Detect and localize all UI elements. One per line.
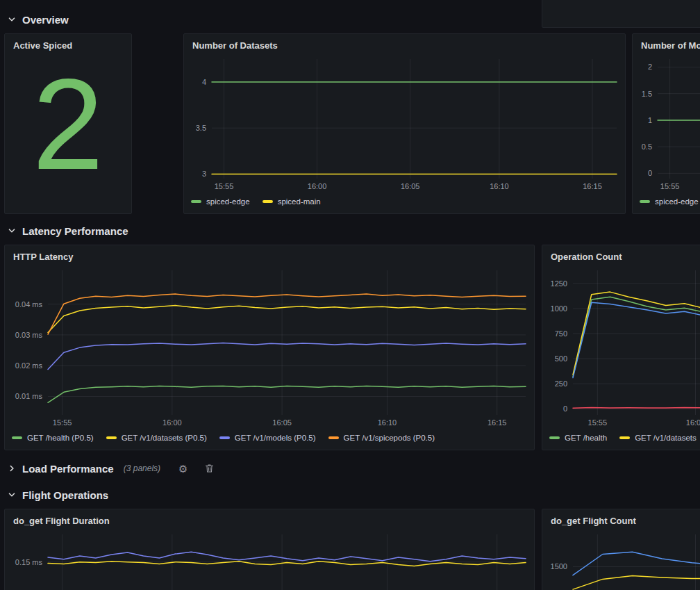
http-latency-chart[interactable]: 0.01 ms0.02 ms0.03 ms0.04 ms15:5516:0016… [5, 263, 534, 429]
svg-text:16:00: 16:00 [686, 418, 700, 427]
svg-text:1500: 1500 [551, 562, 567, 571]
legend-item[interactable]: GET /health (P0.5) [12, 434, 94, 442]
row-header-latency-performance[interactable]: Latency Performance [7, 222, 128, 239]
legend-label: GET /v1/models (P0.5) [235, 434, 316, 442]
svg-text:250: 250 [555, 379, 567, 388]
legend-label: spiced-main [278, 197, 321, 206]
svg-text:15:55: 15:55 [588, 418, 608, 427]
legend-label: GET /health (P0.5) [27, 434, 94, 442]
svg-text:16:00: 16:00 [162, 418, 182, 427]
svg-text:0.5: 0.5 [642, 142, 652, 151]
panel-number-of-models: Number of Models 00.511.5215:5516:0016:0… [632, 33, 700, 214]
panel-title: do_get Flight Duration [5, 509, 534, 527]
svg-text:15:55: 15:55 [660, 182, 680, 190]
svg-text:16:05: 16:05 [401, 182, 420, 190]
legend-swatch-icon [262, 200, 273, 203]
row-title-overview: Overview [22, 14, 69, 26]
number-of-models-legend: spiced-edge [633, 192, 700, 213]
svg-text:3: 3 [202, 170, 206, 178]
do-get-flight-duration-chart[interactable]: 0.15 ms15:5516:0016:0516:1016:15 [5, 527, 534, 590]
row-delete-button[interactable] [205, 464, 214, 473]
legend-item[interactable]: GET /v1/models (P0.5) [219, 434, 316, 442]
legend-item[interactable]: GET /v1/datasets (P0.5) [106, 434, 207, 442]
panel-active-spiced: Active Spiced 2 [4, 33, 132, 214]
legend-item[interactable]: GET /v1/spicepods (P0.5) [328, 434, 435, 442]
legend-label: GET /v1/spicepods (P0.5) [344, 434, 435, 442]
svg-text:1250: 1250 [551, 279, 567, 288]
row-header-load-performance[interactable]: Load Performance (3 panels) ⚙ [7, 460, 214, 477]
svg-text:0.15 ms: 0.15 ms [15, 558, 43, 566]
panel-do-get-flight-count: do_get Flight Count 150015:5516:0016:051… [542, 509, 700, 590]
number-of-datasets-legend: spiced-edgespiced-main [184, 192, 625, 213]
svg-text:16:15: 16:15 [583, 182, 602, 190]
svg-text:0.01 ms: 0.01 ms [15, 392, 43, 400]
legend-label: GET /health [565, 434, 607, 442]
chart-canvas: 150015:5516:0016:0516:1016:15 [542, 527, 700, 590]
chevron-down-icon [7, 490, 17, 500]
svg-text:16:15: 16:15 [488, 418, 507, 427]
legend-item[interactable]: spiced-edge [640, 197, 699, 206]
svg-text:750: 750 [555, 329, 567, 338]
panel-operation-count: Operation Count 02505007501000125015:551… [542, 245, 700, 450]
svg-text:4: 4 [202, 78, 206, 86]
row-title-latency-performance: Latency Performance [22, 225, 128, 237]
panel-fragment-top [542, 0, 700, 28]
row-title-flight-operations: Flight Operations [22, 489, 108, 501]
svg-text:0: 0 [648, 169, 652, 177]
legend-swatch-icon [328, 436, 339, 439]
row-title-load-performance: Load Performance [22, 463, 114, 475]
legend-item[interactable]: spiced-main [262, 197, 321, 206]
svg-text:16:00: 16:00 [308, 182, 327, 190]
panel-title: do_get Flight Count [542, 509, 700, 527]
gear-icon: ⚙ [178, 464, 188, 474]
legend-label: spiced-edge [655, 197, 699, 206]
svg-text:3.5: 3.5 [196, 124, 206, 132]
svg-text:2: 2 [648, 63, 652, 71]
legend-swatch-icon [549, 436, 560, 439]
panel-title: Number of Models [633, 34, 700, 52]
legend-label: spiced-edge [206, 197, 250, 206]
number-of-models-chart[interactable]: 00.511.5215:5516:0016:0516:1016:15 [633, 52, 700, 192]
legend-item[interactable]: GET /v1/datasets [619, 434, 697, 442]
row-header-flight-operations[interactable]: Flight Operations [7, 486, 108, 503]
do-get-flight-count-chart[interactable]: 150015:5516:0016:0516:1016:15 [542, 527, 700, 590]
svg-text:0.02 ms: 0.02 ms [15, 361, 43, 370]
legend-swatch-icon [191, 200, 201, 203]
svg-text:16:10: 16:10 [378, 418, 397, 427]
panel-number-of-datasets: Number of Datasets 33.5415:5516:0016:051… [183, 33, 626, 214]
legend-swatch-icon [640, 200, 650, 203]
svg-text:1: 1 [648, 116, 652, 124]
stat-value: 2 [5, 52, 131, 213]
operation-count-chart[interactable]: 02505007501000125015:5516:0016:0516:1016… [542, 263, 700, 429]
operation-count-legend: GET /healthGET /v1/datasets [542, 429, 700, 450]
svg-text:500: 500 [555, 354, 567, 363]
svg-text:15:55: 15:55 [215, 182, 234, 190]
svg-text:0.04 ms: 0.04 ms [15, 300, 43, 309]
legend-item[interactable]: spiced-edge [191, 197, 250, 206]
row-settings-button[interactable]: ⚙ [178, 464, 188, 474]
legend-swatch-icon [12, 436, 22, 439]
panel-title: Active Spiced [5, 34, 131, 52]
chart-canvas: 0.15 ms15:5516:0016:0516:1016:15 [5, 527, 534, 590]
legend-swatch-icon [106, 436, 117, 439]
chart-canvas: 33.5415:5516:0016:0516:1016:15 [184, 52, 625, 192]
chevron-down-icon [7, 15, 17, 24]
legend-label: GET /v1/datasets [635, 434, 697, 442]
svg-text:16:05: 16:05 [272, 418, 292, 427]
svg-text:15:55: 15:55 [53, 418, 72, 427]
svg-text:0: 0 [563, 404, 567, 413]
legend-swatch-icon [219, 436, 230, 439]
panel-title: Number of Datasets [184, 34, 625, 52]
chevron-right-icon [7, 464, 17, 473]
svg-text:0.03 ms: 0.03 ms [15, 331, 43, 339]
row-header-overview[interactable]: Overview [7, 11, 69, 28]
chart-canvas: 02505007501000125015:5516:0016:0516:1016… [542, 263, 700, 429]
legend-item[interactable]: GET /health [549, 434, 607, 442]
chevron-down-icon [7, 226, 17, 236]
number-of-datasets-chart[interactable]: 33.5415:5516:0016:0516:1016:15 [184, 52, 625, 192]
chart-canvas: 00.511.5215:5516:0016:0516:1016:15 [633, 52, 700, 192]
http-latency-legend: GET /health (P0.5)GET /v1/datasets (P0.5… [5, 429, 534, 450]
trash-icon [205, 464, 214, 473]
svg-text:1.5: 1.5 [642, 90, 652, 98]
panel-title: Operation Count [542, 245, 700, 263]
